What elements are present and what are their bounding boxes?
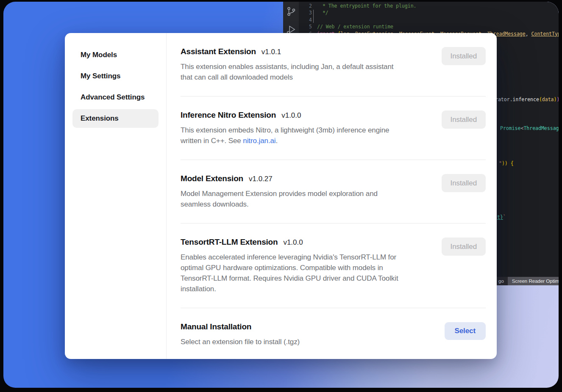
- code-line: 4: [299, 17, 559, 23]
- extensions-list: Assistant Extension v1.0.1 This extensio…: [167, 33, 497, 359]
- extension-description: This extension enables assistants, inclu…: [181, 61, 428, 83]
- editor-indent-guide: [313, 10, 314, 23]
- status-bar-text: go: [498, 279, 504, 284]
- description-text: .: [276, 137, 278, 145]
- code-fragment: Promise<ThreadMessage>: [500, 125, 559, 132]
- extension-version: v1.0.0: [281, 111, 301, 120]
- nitro-jan-ai-link[interactable]: nitro.jan.ai: [243, 137, 275, 145]
- sidebar-item-extensions[interactable]: Extensions: [72, 109, 159, 128]
- extension-row-assistant: Assistant Extension v1.0.1 This extensio…: [181, 33, 486, 96]
- extension-row-model: Model Extension v1.0.27 Model Management…: [181, 160, 486, 223]
- extension-version: v1.0.27: [249, 175, 273, 183]
- sidebar-item-my-models[interactable]: My Models: [72, 46, 159, 64]
- code-line: 2 * The entrypoint for the plugin.: [299, 3, 559, 9]
- manual-installation-title: Manual Installation: [181, 322, 251, 331]
- manual-installation-description: Select an extension file to install (.tg…: [181, 337, 428, 347]
- source-control-icon[interactable]: [286, 6, 297, 17]
- description-text: This extension embeds Nitro, a lightweig…: [181, 126, 389, 145]
- desktop-background: 2 * The entrypoint for the plugin.3 */45…: [3, 2, 559, 388]
- extension-description: This extension embeds Nitro, a lightweig…: [181, 125, 428, 146]
- code-line: 3 */: [299, 9, 559, 16]
- code-fragment: ")) {: [499, 160, 514, 167]
- extension-name: Assistant Extension: [181, 47, 256, 56]
- extension-description: Enables accelerated inference leveraging…: [181, 252, 428, 294]
- extension-name: Inference Nitro Extension: [181, 110, 276, 120]
- installed-button[interactable]: Installed: [442, 237, 486, 256]
- extension-name: TensortRT-LLM Extension: [181, 237, 278, 247]
- screen-reader-optimized-status[interactable]: Screen Reader Optimized: [508, 277, 559, 285]
- sidebar-item-advanced-settings[interactable]: Advanced Settings: [72, 88, 159, 107]
- settings-modal: My Models My Settings Advanced Settings …: [65, 33, 497, 359]
- extension-row-tensorrt-llm: TensortRT-LLM Extension v1.0.0 Enables a…: [181, 224, 486, 308]
- extension-version: v1.0.1: [262, 48, 281, 56]
- code-fragment: t}`: [497, 214, 506, 221]
- manual-installation-row: Manual Installation Select an extension …: [181, 308, 486, 359]
- extension-version: v1.0.0: [283, 238, 303, 247]
- code-editor-lines: 2 * The entrypoint for the plugin.3 */45…: [299, 3, 559, 37]
- select-file-button[interactable]: Select: [445, 322, 486, 340]
- code-fragment: rator.inference(data));: [495, 97, 559, 103]
- extension-row-inference-nitro: Inference Nitro Extension v1.0.0 This ex…: [181, 97, 486, 160]
- settings-sidebar: My Models My Settings Advanced Settings …: [65, 33, 166, 359]
- installed-button[interactable]: Installed: [442, 174, 486, 192]
- extension-description: Model Management Extension provides mode…: [181, 188, 428, 210]
- installed-button[interactable]: Installed: [442, 110, 486, 129]
- extension-name: Model Extension: [181, 174, 243, 183]
- installed-button[interactable]: Installed: [442, 47, 486, 65]
- sidebar-item-my-settings[interactable]: My Settings: [72, 67, 159, 86]
- code-line: 5// Web / extension runtime: [299, 23, 559, 30]
